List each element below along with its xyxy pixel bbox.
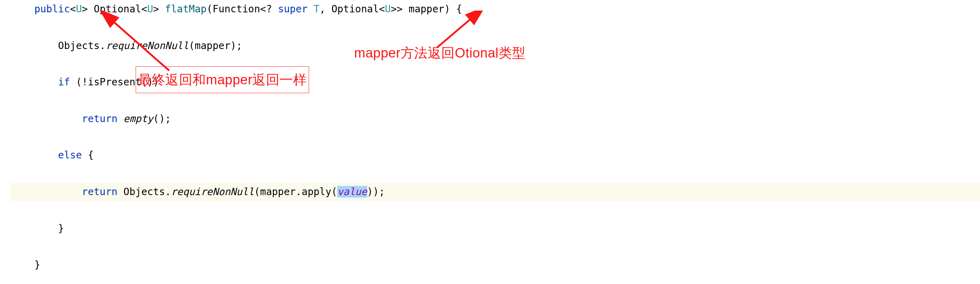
method-empty: empty	[123, 113, 153, 124]
type-param-u: U	[147, 3, 153, 15]
annotation-mapper-return: mapper方法返回Otional类型	[354, 41, 526, 65]
keyword-public: public	[34, 3, 70, 15]
param-mapper: mapper	[409, 3, 444, 15]
type-optional: Optional	[331, 3, 379, 15]
code-line-1: public<U> Optional<U> flatMap(Function<?…	[11, 0, 980, 18]
code-line-5: else {	[11, 146, 980, 164]
type-function: Function	[213, 3, 260, 15]
keyword-return: return	[82, 113, 117, 124]
method-requirenonnull: requireNonNull	[106, 40, 189, 51]
method-flatmap: flatMap	[165, 3, 207, 15]
method-requirenonnull: requireNonNull	[171, 186, 254, 198]
variable-value-selected[interactable]: value	[337, 186, 367, 198]
code-line-4: return empty();	[11, 110, 980, 128]
keyword-else: else	[58, 149, 82, 161]
keyword-return: return	[82, 186, 117, 198]
code-line-7: }	[11, 219, 980, 238]
keyword-if: if	[58, 76, 70, 88]
type-param-u: U	[76, 3, 82, 15]
type-param-u: U	[385, 3, 391, 15]
keyword-super: super	[278, 3, 308, 15]
type-param-t: T	[313, 3, 320, 15]
code-line-8: }	[11, 256, 980, 274]
annotation-return-type: 最终返回和mapper返回一样	[136, 66, 309, 93]
code-line-6-highlighted: return Objects.requireNonNull(mapper.app…	[11, 183, 980, 201]
type-optional: Optional	[94, 3, 141, 15]
